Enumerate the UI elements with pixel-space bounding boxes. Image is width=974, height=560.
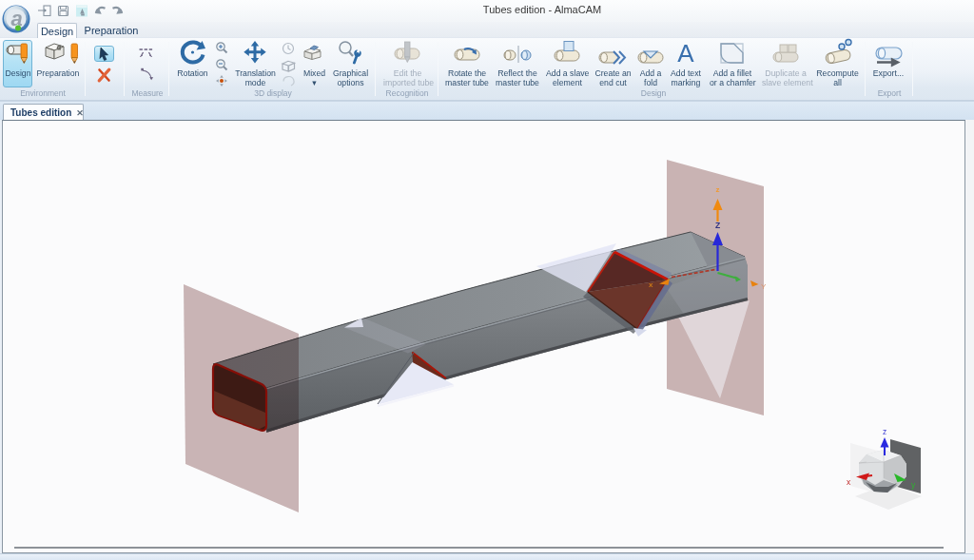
- svg-text:z: z: [716, 185, 720, 194]
- svg-text:Z: Z: [715, 221, 720, 230]
- svg-text:A: A: [677, 39, 694, 68]
- svg-text:Y: Y: [761, 282, 767, 291]
- svg-text:x: x: [649, 280, 653, 289]
- svg-text:a: a: [57, 43, 61, 51]
- svg-text:z: z: [883, 427, 886, 436]
